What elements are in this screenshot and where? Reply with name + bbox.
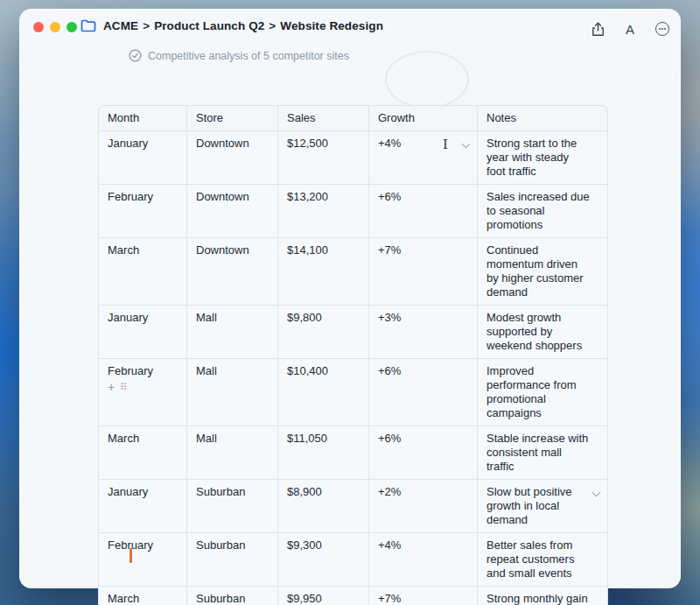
sales-cell[interactable]: $14,100 (278, 238, 369, 306)
store-cell[interactable]: Suburban (187, 533, 278, 587)
notes-cell[interactable]: Improved performance from promotional ca… (478, 359, 608, 426)
page-status-text: Competitive analysis of 5 competitor sit… (148, 50, 349, 62)
breadcrumb-item-project[interactable]: Product Launch Q2 (154, 19, 264, 32)
breadcrumb-separator: > (269, 19, 276, 32)
month-cell[interactable]: February (98, 185, 187, 238)
column-header-growth[interactable]: Growth (369, 105, 478, 131)
drag-handle-icon[interactable]: ⠿ (120, 383, 126, 391)
sales-cell[interactable]: $9,800 (278, 306, 369, 359)
folder-icon (80, 19, 96, 32)
table-row: February Suburban $9,300 +4% Better sale… (98, 533, 608, 587)
sales-cell[interactable]: $9,950 (278, 587, 369, 605)
store-cell[interactable]: Mall (187, 426, 278, 480)
notes-cell[interactable]: Sales increased due to seasonal promotio… (478, 185, 608, 238)
month-cell[interactable]: March (98, 426, 187, 480)
check-circle-icon (129, 49, 142, 62)
sales-cell[interactable]: $11,050 (278, 426, 369, 480)
growth-cell[interactable]: +6% (369, 185, 478, 238)
breadcrumb-item-page-title[interactable]: Website Redesign (280, 19, 383, 32)
add-row-icon[interactable]: + (108, 382, 115, 392)
sales-cell[interactable]: $12,500 (278, 131, 369, 185)
table-row: January Suburban $8,900 +2% Slow but pos… (98, 480, 608, 533)
notes-cell[interactable]: Continued momentum driven by higher cust… (478, 238, 608, 306)
minimize-window-button[interactable] (50, 22, 60, 32)
table-header-row: Month Store Sales Growth Notes (98, 105, 608, 131)
table-row: February Downtown $13,200 +6% Sales incr… (98, 185, 608, 238)
window-controls (33, 22, 77, 32)
growth-cell[interactable]: +4%I (369, 131, 478, 185)
notes-cell[interactable]: Better sales from repeat customers and s… (478, 533, 608, 587)
text-cursor-pointer: I (443, 137, 448, 151)
data-table: Month Store Sales Growth Notes January D… (98, 105, 608, 605)
chevron-down-icon[interactable] (592, 489, 601, 497)
notes-cell[interactable]: Modest growth supported by weekend shopp… (478, 306, 608, 359)
month-cell[interactable]: March (98, 587, 187, 605)
month-cell[interactable]: January (98, 306, 187, 359)
app-window: ACME>Product Launch Q2>Website Redesign … (19, 9, 681, 588)
table-body: January Downtown $12,500 +4%I Strong sta… (98, 131, 608, 605)
growth-cell[interactable]: +7% (369, 587, 478, 605)
store-cell[interactable]: Downtown (187, 185, 278, 238)
breadcrumb-separator: > (143, 19, 150, 32)
store-cell[interactable]: Mall (187, 359, 278, 426)
sales-cell[interactable]: $9,300 (278, 533, 369, 587)
breadcrumb-item-workspace[interactable]: ACME (103, 19, 138, 32)
share-icon[interactable] (590, 21, 606, 37)
table-row: March Mall $11,050 +6% Stable increase w… (98, 426, 608, 480)
store-cell[interactable]: Suburban (187, 587, 278, 605)
text-caret (130, 548, 132, 563)
table-row: January Downtown $12,500 +4%I Strong sta… (98, 131, 608, 185)
page-status-line: Competitive analysis of 5 competitor sit… (129, 49, 349, 62)
column-header-month[interactable]: Month (98, 105, 187, 131)
store-cell[interactable]: Mall (187, 306, 278, 359)
typography-icon[interactable]: A (622, 21, 638, 37)
sales-cell[interactable]: $13,200 (278, 185, 369, 238)
close-window-button[interactable] (33, 22, 44, 32)
breadcrumb: ACME>Product Launch Q2>Website Redesign (80, 19, 383, 32)
month-cell[interactable]: February+⠿ (98, 359, 187, 426)
table-row: March Suburban $9,950 +7% Strong monthly… (98, 587, 608, 605)
more-options-icon[interactable] (654, 21, 670, 37)
growth-cell[interactable]: +3% (369, 306, 478, 359)
column-header-sales[interactable]: Sales (278, 105, 369, 131)
notes-cell[interactable]: Stable increase with consistent mall tra… (478, 426, 608, 480)
month-cell[interactable]: February (98, 533, 187, 587)
growth-cell[interactable]: +6% (369, 359, 478, 426)
zoom-window-button[interactable] (66, 22, 77, 32)
toolbar: A (590, 21, 670, 37)
growth-cell[interactable]: +7% (369, 238, 478, 306)
notes-cell[interactable]: Strong start to the year with steady foo… (478, 131, 608, 185)
column-header-store[interactable]: Store (187, 105, 278, 131)
growth-cell[interactable]: +6% (369, 426, 478, 480)
column-header-notes[interactable]: Notes (478, 105, 608, 131)
store-cell[interactable]: Suburban (187, 480, 278, 533)
store-cell[interactable]: Downtown (187, 131, 278, 185)
month-cell[interactable]: January (98, 480, 187, 533)
cursor-ghost-highlight (385, 51, 469, 109)
sales-cell[interactable]: $10,400 (278, 359, 369, 426)
row-tools: +⠿ (108, 382, 178, 392)
store-cell[interactable]: Downtown (187, 238, 278, 306)
growth-cell[interactable]: +4% (369, 533, 478, 587)
table-row: March Downtown $14,100 +7% Continued mom… (98, 238, 608, 306)
month-cell[interactable]: March (98, 238, 187, 306)
notes-cell[interactable]: Strong monthly gain from expanded outrea… (478, 587, 608, 605)
chevron-down-icon[interactable] (462, 140, 471, 149)
table-row: January Mall $9,800 +3% Modest growth su… (98, 306, 608, 359)
growth-cell[interactable]: +2% (369, 480, 478, 533)
sales-cell[interactable]: $8,900 (278, 480, 369, 533)
notes-cell[interactable]: Slow but positive growth in local demand (478, 480, 608, 533)
table-row: February+⠿ Mall $10,400 +6% Improved per… (98, 359, 608, 426)
month-cell[interactable]: January (98, 131, 187, 185)
